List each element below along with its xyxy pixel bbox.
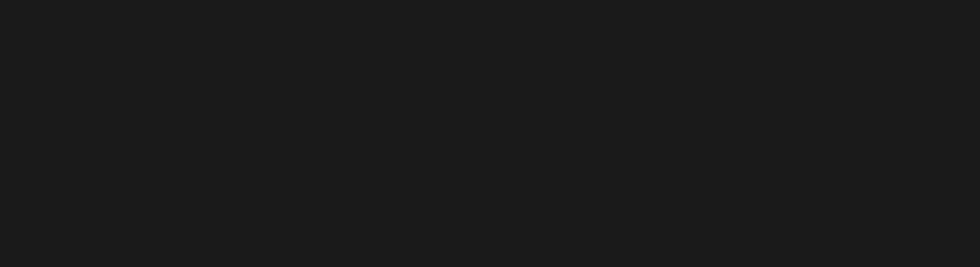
desktop (0, 0, 980, 267)
